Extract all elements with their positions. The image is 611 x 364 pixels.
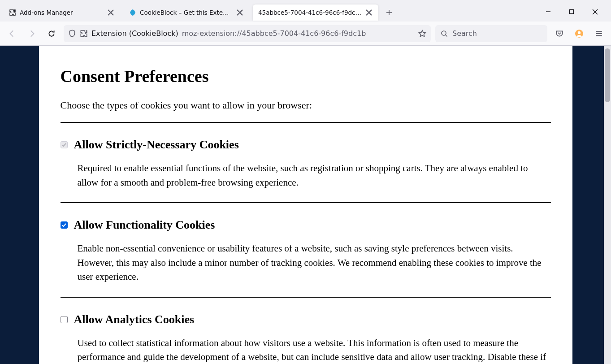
page-intro: Choose the types of cookies you want to … [61, 100, 551, 111]
maximize-button[interactable] [565, 5, 578, 18]
menu-icon[interactable] [591, 26, 607, 41]
section-necessary: Allow Strictly-Necessary Cookies Require… [61, 122, 551, 202]
content-viewport: Consent Preferences Choose the types of … [0, 46, 611, 364]
section-desc: Used to collect statistical information … [78, 336, 551, 364]
extension-name: Extension (CookieBlock) [91, 29, 178, 38]
tab-strip: Add-ons Manager CookieBlock – Get this E… [4, 0, 536, 22]
section-desc: Required to enable essential functions o… [78, 161, 551, 190]
section-analytics: Allow Analytics Cookies Used to collect … [61, 297, 551, 364]
minimize-button[interactable] [542, 5, 555, 18]
section-desc: Enable non-essential convenience or usab… [78, 242, 551, 284]
tab-title: CookieBlock – Get this Extension [140, 9, 232, 16]
tab-addons-manager[interactable]: Add-ons Manager [4, 4, 120, 21]
puzzle-icon [9, 9, 16, 16]
shield-icon [68, 30, 76, 38]
section-heading: Allow Strictly-Necessary Cookies [74, 138, 239, 152]
scrollbar-thumb[interactable] [605, 48, 610, 102]
toolbar: Extension (CookieBlock) moz-extension://… [0, 22, 611, 46]
search-icon [441, 30, 448, 37]
checkbox-necessary [61, 141, 68, 148]
close-window-button[interactable] [589, 5, 601, 18]
new-tab-button[interactable] [382, 5, 396, 20]
page-title: Consent Preferences [61, 66, 551, 86]
svg-point-1 [442, 31, 446, 35]
account-icon[interactable] [572, 26, 587, 41]
search-placeholder: Search [452, 29, 477, 38]
pocket-icon[interactable] [552, 26, 567, 41]
tab-title: Add-ons Manager [20, 9, 103, 16]
checkbox-functionality[interactable] [61, 221, 68, 229]
tab-title: 45abbce5-7004-41c6-96c6-f9dc1b4 [258, 9, 361, 16]
close-icon[interactable] [365, 9, 373, 17]
svg-rect-0 [570, 10, 574, 14]
url-text: moz-extension://45abbce5-7004-41c6-96c6-… [182, 29, 415, 38]
bookmark-star-icon[interactable] [418, 30, 426, 38]
forward-button[interactable] [24, 26, 39, 41]
section-heading: Allow Analytics Cookies [74, 313, 195, 326]
section-functionality: Allow Functionality Cookies Enable non-e… [61, 202, 551, 297]
extension-icon [80, 30, 88, 38]
tab-extension-page[interactable]: 45abbce5-7004-41c6-96c6-f9dc1b4 [253, 4, 378, 21]
search-bar[interactable]: Search [435, 25, 547, 42]
reload-button[interactable] [44, 26, 59, 41]
page-content: Consent Preferences Choose the types of … [39, 46, 572, 364]
section-heading: Allow Functionality Cookies [74, 218, 215, 232]
close-icon[interactable] [107, 9, 115, 17]
scrollbar-track[interactable] [604, 46, 611, 364]
checkbox-analytics[interactable] [61, 316, 68, 323]
window-controls [536, 5, 607, 22]
cookie-icon [129, 9, 136, 16]
titlebar: Add-ons Manager CookieBlock – Get this E… [0, 0, 611, 22]
tab-cookieblock-amo[interactable]: CookieBlock – Get this Extension [124, 4, 249, 21]
svg-point-3 [578, 31, 581, 34]
url-bar[interactable]: Extension (CookieBlock) moz-extension://… [64, 25, 431, 42]
close-icon[interactable] [236, 9, 244, 17]
back-button[interactable] [4, 26, 20, 41]
